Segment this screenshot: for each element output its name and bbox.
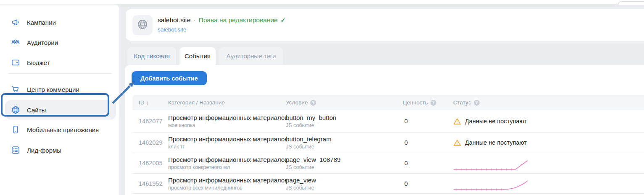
- sidebar-item-label: Сайты: [27, 107, 46, 114]
- site-name: salebot.site: [158, 16, 190, 24]
- cell-condition: page_view_108789 JS событие: [286, 153, 403, 173]
- events-table-body: 1462077 Просмотр информационных материал…: [132, 110, 644, 193]
- events-table-header: ID ↓ Категория / Название Условие ? Ценн…: [132, 95, 644, 110]
- cell-id: 1462029: [132, 133, 168, 153]
- cell-status: Данные не поступают: [453, 133, 644, 153]
- status-sparkline: [453, 159, 529, 171]
- cell-category: Просмотр информационных материалов просм…: [168, 153, 286, 173]
- table-row[interactable]: 1461952 Просмотр информационных материал…: [132, 173, 644, 193]
- tab-pixel-code[interactable]: Код пикселя: [127, 47, 176, 65]
- sidebar-item-label: Кампании: [27, 19, 56, 26]
- category-name: Просмотр информационных материалов: [168, 135, 286, 143]
- sidebar-item-budget[interactable]: Бюджет: [0, 52, 119, 73]
- megaphone-icon: [11, 18, 20, 27]
- tab-events[interactable]: События: [179, 47, 216, 65]
- category-name: Просмотр информационных материалов: [168, 177, 286, 184]
- globe-icon: [137, 18, 148, 32]
- sidebar-divider: [8, 73, 112, 74]
- sidebar: Кампании Аудитории Бюджет Центр коммерци…: [0, 4, 120, 195]
- condition-name: button_my_button: [286, 114, 403, 121]
- app-root: Кампании Аудитории Бюджет Центр коммерци…: [0, 0, 644, 195]
- phone-icon: [11, 125, 20, 134]
- sidebar-item-campaigns[interactable]: Кампании: [0, 12, 119, 32]
- sidebar-item-mobile-apps[interactable]: Мобильные приложения: [0, 120, 119, 140]
- permission-label: Права на редактирование: [199, 16, 278, 24]
- site-header-card: salebot.site · Права на редактирование ✓…: [126, 9, 644, 41]
- sidebar-item-sites[interactable]: Сайты: [5, 100, 116, 120]
- site-link[interactable]: salebot.site: [158, 26, 186, 33]
- sidebar-item-label: Аудитории: [27, 39, 58, 46]
- cell-value: 0: [403, 110, 453, 132]
- cell-condition: button_my_button JS событие: [286, 110, 403, 132]
- cell-value: 0: [403, 133, 453, 153]
- table-row-partial: [132, 193, 644, 195]
- table-row[interactable]: 1462077 Просмотр информационных материал…: [132, 110, 644, 132]
- condition-name: page_view: [286, 177, 403, 184]
- column-header-category: Категория / Название: [168, 99, 286, 106]
- cell-id: 1462077: [132, 110, 168, 132]
- cell-id: 1461952: [132, 174, 168, 193]
- table-row[interactable]: 1462029 Просмотр информационных материал…: [132, 132, 644, 153]
- sidebar-item-audiences[interactable]: Аудитории: [0, 32, 119, 52]
- status-text: Данные не поступают: [465, 118, 527, 125]
- wallet-icon: [11, 58, 20, 67]
- cell-id: 1462005: [132, 153, 168, 173]
- cell-value: 0: [403, 153, 453, 173]
- category-subtitle: моя кнопка: [168, 122, 286, 128]
- cell-condition: page_view JS событие: [286, 174, 403, 193]
- table-row[interactable]: 1462005 Просмотр информационных материал…: [132, 153, 644, 173]
- condition-type: JS событие: [286, 185, 403, 191]
- category-name: Просмотр информационных материалов: [168, 156, 286, 163]
- category-subtitle: просмотр конкретного мл: [168, 164, 286, 170]
- cell-category: Просмотр информационных материалов просм…: [168, 174, 286, 193]
- cell-status: [453, 174, 644, 193]
- cell-condition: button_telegram JS событие: [286, 133, 403, 153]
- column-header-condition-label: Условие: [286, 99, 308, 106]
- sidebar-item-label: Лид-формы: [27, 147, 61, 154]
- condition-name: page_view_108789: [286, 156, 403, 163]
- status-text: Данные не поступают: [465, 139, 527, 146]
- people-icon: [11, 38, 20, 47]
- site-title-line: salebot.site · Права на редактирование ✓: [158, 16, 285, 24]
- sidebar-item-label: Центр коммерции: [27, 86, 79, 93]
- help-icon[interactable]: ?: [430, 100, 436, 106]
- leadform-icon: [11, 146, 20, 155]
- tab-audience-tags[interactable]: Аудиторные теги: [219, 47, 283, 65]
- warning-icon: [453, 139, 461, 146]
- add-event-button[interactable]: Добавить событие: [132, 71, 207, 85]
- card-corner-peek: [618, 1, 644, 5]
- category-subtitle: просмотр всех миниледнингов: [168, 185, 286, 191]
- status-sparkline: [453, 179, 529, 191]
- sort-desc-icon[interactable]: ↓: [146, 99, 149, 106]
- warning-icon: [453, 118, 461, 125]
- help-icon[interactable]: ?: [474, 100, 480, 106]
- dot-separator: ·: [193, 16, 195, 24]
- sidebar-item-label: Мобильные приложения: [27, 126, 99, 133]
- sidebar-item-lead-forms[interactable]: Лид-формы: [0, 140, 119, 160]
- column-header-category-label: Категория / Название: [168, 99, 225, 106]
- column-header-value-label: Ценность: [403, 99, 428, 106]
- column-header-status-label: Статус: [453, 99, 471, 106]
- sidebar-item-label: Бюджет: [27, 59, 50, 66]
- condition-name: button_telegram: [286, 135, 403, 143]
- content-panel: Добавить событие ID ↓ Категория / Назван…: [125, 65, 644, 195]
- cell-value: 0: [403, 174, 453, 193]
- condition-type: JS событие: [286, 164, 403, 170]
- condition-type: JS событие: [286, 122, 403, 128]
- cell-category: Просмотр информационных материалов клик …: [168, 133, 286, 153]
- condition-type: JS событие: [286, 144, 403, 150]
- column-header-status: Статус ?: [453, 99, 644, 106]
- column-header-condition: Условие ?: [286, 99, 403, 106]
- column-header-id[interactable]: ID ↓: [132, 99, 168, 106]
- events-table: ID ↓ Категория / Название Условие ? Ценн…: [132, 95, 644, 195]
- cell-category: Просмотр информационных материалов моя к…: [168, 110, 286, 132]
- help-icon[interactable]: ?: [310, 100, 316, 106]
- sidebar-item-commerce-center[interactable]: Центр коммерции: [0, 79, 119, 99]
- check-icon: ✓: [281, 17, 286, 23]
- category-subtitle: клик тг: [168, 144, 286, 150]
- cell-status: Данные не поступают: [453, 110, 644, 132]
- column-header-id-label: ID: [139, 99, 145, 106]
- globe-icon: [11, 105, 20, 114]
- category-name: Просмотр информационных материалов: [168, 114, 286, 121]
- site-avatar: [132, 15, 153, 35]
